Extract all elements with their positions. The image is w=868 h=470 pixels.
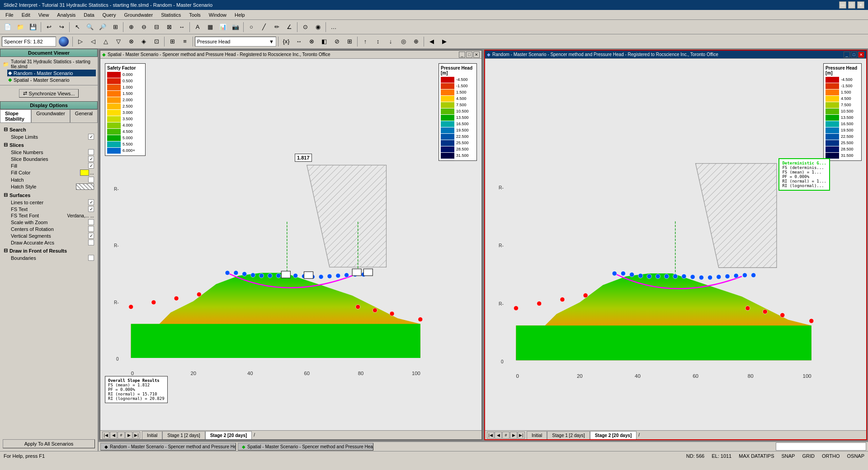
tb2-btn3[interactable]: △: [100, 36, 112, 47]
random-tab-stage1[interactable]: Stage 1 [2 days]: [547, 431, 590, 439]
zoom-out2-button[interactable]: ⊖: [138, 21, 150, 33]
random-maximize-button[interactable]: □: [851, 52, 857, 58]
tab-general[interactable]: General: [70, 109, 98, 122]
tb2-btn12[interactable]: ⊗: [306, 36, 317, 47]
zoom-out-button[interactable]: 🔎: [97, 21, 108, 33]
spatial-nav-prev[interactable]: ◀: [110, 432, 117, 439]
more-button[interactable]: …: [328, 21, 340, 33]
menu-query[interactable]: Query: [99, 11, 120, 19]
random-nav-prev[interactable]: ◀: [495, 432, 502, 439]
spatial-canvas[interactable]: Safety Factor 0.000 0.500 1.000 1.500 2.…: [100, 59, 481, 430]
fs-text-checkbox[interactable]: [88, 206, 94, 212]
hatch-checkbox[interactable]: [88, 177, 94, 183]
zoom-in2-button[interactable]: ⊕: [125, 21, 137, 33]
spatial-maximize-button[interactable]: □: [466, 52, 472, 58]
tb2-btn18[interactable]: ↓: [385, 36, 396, 47]
spatial-nav-next[interactable]: ▶: [125, 432, 132, 439]
tb2-btn6[interactable]: ◈: [138, 36, 150, 47]
random-nav-next[interactable]: ▶: [510, 432, 517, 439]
tb2-btn15[interactable]: ⊞: [344, 36, 355, 47]
tb2-btn5[interactable]: ⊗: [125, 36, 137, 47]
maximize-button[interactable]: □: [848, 1, 855, 9]
menu-groundwater[interactable]: Groundwater: [121, 11, 157, 19]
minimize-button[interactable]: —: [839, 1, 846, 9]
tb2-btn10[interactable]: {x}: [280, 36, 292, 47]
zoom-all-button[interactable]: ⊟: [151, 21, 162, 33]
angle-button[interactable]: ∠: [283, 21, 295, 33]
pointer-button[interactable]: ↖: [71, 21, 83, 33]
taskbar-input[interactable]: [776, 442, 866, 451]
circle-button[interactable]: ○: [245, 21, 257, 33]
zoom-in-button[interactable]: 🔍: [84, 21, 96, 33]
line-button[interactable]: ╱: [258, 21, 270, 33]
hatch-style-preview[interactable]: [76, 183, 94, 190]
spatial-tab-stage2[interactable]: Stage 2 [20 days]: [205, 431, 252, 439]
tb2-btn4[interactable]: ▽: [113, 36, 124, 47]
synchronize-views-button[interactable]: ⇄ Synchronize Views...: [19, 89, 79, 98]
menu-view[interactable]: View: [35, 11, 53, 19]
menu-help[interactable]: Help: [231, 11, 249, 19]
text-button[interactable]: A: [192, 21, 203, 33]
tree-item-random[interactable]: ◆ Random - Master Scenario: [7, 70, 96, 76]
pencil-button[interactable]: ✏: [271, 21, 283, 33]
spatial-tab-initial[interactable]: Initial: [142, 431, 162, 439]
section-search[interactable]: ⊟ Search: [4, 127, 94, 132]
menu-file[interactable]: File: [2, 11, 17, 19]
target-button[interactable]: ⊙: [299, 21, 311, 33]
window-controls[interactable]: — □ ✕: [839, 1, 864, 9]
random-tab-stage2[interactable]: Stage 2 [20 days]: [590, 431, 637, 439]
tb2-btn8[interactable]: ⊞: [166, 36, 178, 47]
new-button[interactable]: 📄: [2, 21, 14, 33]
spatial-tab-stage1[interactable]: Stage 1 [2 days]: [162, 431, 205, 439]
zoom-prev-button[interactable]: ↔: [176, 21, 188, 33]
open-button[interactable]: 📁: [14, 21, 26, 33]
fill-color-swatch[interactable]: [80, 169, 89, 176]
menu-data[interactable]: Data: [80, 11, 98, 19]
fill-color-dots[interactable]: ...: [90, 170, 94, 175]
redo-button[interactable]: ↪: [56, 21, 67, 33]
vertical-segments-checkbox[interactable]: [88, 233, 94, 239]
zoom-window-button[interactable]: ⊠: [163, 21, 175, 33]
menu-edit[interactable]: Edit: [18, 11, 34, 19]
tab-groundwater[interactable]: Groundwater: [31, 109, 70, 122]
tb2-btn14[interactable]: ⊘: [331, 36, 343, 47]
tb2-btn11[interactable]: ↔: [293, 36, 305, 47]
tb2-btn22[interactable]: ▶: [439, 36, 450, 47]
slice-numbers-checkbox[interactable]: [88, 149, 94, 155]
random-nav-first[interactable]: |◀: [487, 432, 494, 439]
table-button[interactable]: ▦: [204, 21, 216, 33]
tree-item-spatial[interactable]: ◆ Spatial - Master Scenario: [7, 76, 96, 83]
close-button[interactable]: ✕: [857, 1, 864, 9]
scale-with-zoom-checkbox[interactable]: [88, 219, 94, 225]
spatial-close-button[interactable]: ✕: [473, 52, 480, 58]
section-slices[interactable]: ⊟ Slices: [4, 142, 94, 148]
random-close-button[interactable]: ✕: [858, 52, 864, 58]
tb2-btn7[interactable]: ⊡: [151, 36, 162, 47]
tab-slope-stability[interactable]: Slope Stability: [0, 109, 31, 122]
tb2-btn21[interactable]: ◀: [426, 36, 438, 47]
zoom-fit-button[interactable]: ⊞: [109, 21, 121, 33]
tb2-btn16[interactable]: ↑: [359, 36, 371, 47]
section-draw-in-front[interactable]: ⊟ Draw in Front of Results: [4, 248, 94, 254]
draw-accurate-arcs-checkbox[interactable]: [88, 240, 94, 245]
fill-checkbox[interactable]: [88, 163, 94, 169]
menu-window[interactable]: Window: [205, 11, 230, 19]
random-nav-hash[interactable]: #: [502, 432, 509, 439]
random-minimize-button[interactable]: _: [844, 52, 850, 58]
taskbar-spatial[interactable]: ◆ Spatial - Master Scenario - Spencer me…: [238, 443, 373, 451]
random-nav-last[interactable]: ▶|: [518, 432, 525, 439]
lines-to-center-checkbox[interactable]: [88, 199, 94, 205]
slope-limits-checkbox[interactable]: [88, 134, 94, 140]
save-button[interactable]: 💾: [27, 21, 39, 33]
tb2-btn1[interactable]: ▷: [75, 36, 86, 47]
random-tab-initial[interactable]: Initial: [527, 431, 547, 439]
spatial-nav-hash[interactable]: #: [118, 432, 125, 439]
chart-button[interactable]: 📊: [217, 21, 229, 33]
boundaries-checkbox[interactable]: [88, 255, 94, 261]
menu-analysis[interactable]: Analysis: [53, 11, 79, 19]
tb2-btn9[interactable]: ≡: [179, 36, 191, 47]
taskbar-random[interactable]: ◆ Random - Master Scenario - Spencer met…: [100, 443, 236, 451]
tb2-btn13[interactable]: ◧: [318, 36, 330, 47]
tb2-btn19[interactable]: ◎: [397, 36, 409, 47]
pressure-head-dropdown[interactable]: Pressure Head ▼: [195, 37, 276, 47]
